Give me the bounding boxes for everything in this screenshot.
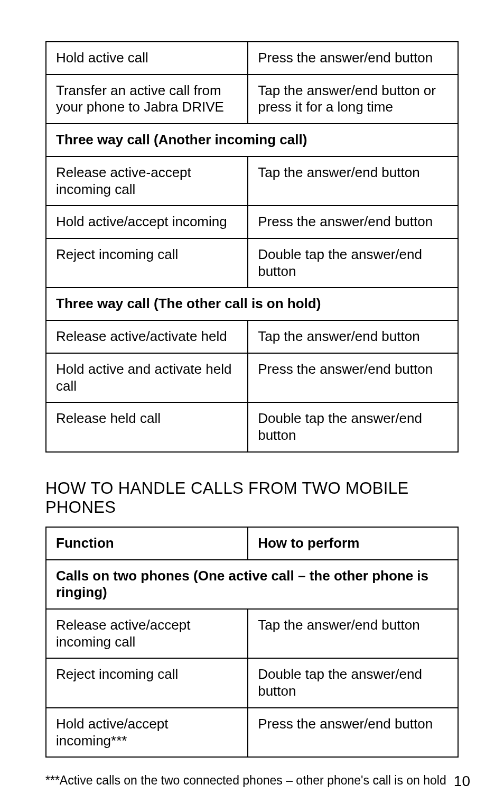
section-header-cell: Three way call (The other call is on hol…: [46, 288, 458, 320]
table-row: Release held call Double tap the answer/…: [46, 402, 458, 451]
table-row: Hold active/accept incoming Press the an…: [46, 206, 458, 238]
cell-function: Release active-accept incoming call: [46, 156, 248, 206]
cell-function: Hold active call: [46, 42, 248, 75]
cell-action: Press the answer/end button: [248, 708, 458, 757]
cell-function: Transfer an active call from your phone …: [46, 75, 248, 124]
cell-action: Tap the answer/end button or press it fo…: [248, 75, 458, 124]
cell-function: Hold active/accept incoming: [46, 206, 248, 238]
cell-action: Double tap the answer/end button: [248, 402, 458, 451]
cell-action: Tap the answer/end button: [248, 320, 458, 353]
cell-function: Release held call: [46, 402, 248, 451]
footnote: ***Active calls on the two connected pho…: [45, 773, 446, 788]
table-row: Release active/accept incoming call Tap …: [46, 609, 458, 658]
page: Hold active call Press the answer/end bu…: [0, 0, 504, 812]
page-number: 10: [454, 773, 470, 790]
cell-action: Tap the answer/end button: [248, 156, 458, 206]
section-header-cell: Calls on two phones (One active call – t…: [46, 560, 458, 609]
column-header-action: How to perform: [248, 527, 458, 560]
cell-function: Hold active and activate held call: [46, 353, 248, 402]
cell-action: Tap the answer/end button: [248, 609, 458, 658]
cell-action: Press the answer/end button: [248, 206, 458, 238]
cell-function: Release active/activate held: [46, 320, 248, 353]
section-header-row: Three way call (The other call is on hol…: [46, 288, 458, 320]
table-row: Hold active and activate held call Press…: [46, 353, 458, 402]
section-header-cell: Three way call (Another incoming call): [46, 124, 458, 156]
cell-action: Press the answer/end button: [248, 353, 458, 402]
table-row: Hold active/accept incoming*** Press the…: [46, 708, 458, 757]
table-row: Reject incoming call Double tap the answ…: [46, 238, 458, 288]
cell-action: Press the answer/end button: [248, 42, 458, 75]
cell-function: Reject incoming call: [46, 658, 248, 707]
cell-function: Release active/accept incoming call: [46, 609, 248, 658]
table-row: Hold active call Press the answer/end bu…: [46, 42, 458, 75]
table-header-row: Function How to perform: [46, 527, 458, 560]
section-header-row: Three way call (Another incoming call): [46, 124, 458, 156]
call-handling-table-1: Hold active call Press the answer/end bu…: [45, 41, 459, 453]
call-handling-table-2: Function How to perform Calls on two pho…: [45, 527, 459, 758]
table-row: Release active/activate held Tap the ans…: [46, 320, 458, 353]
table-row: Transfer an active call from your phone …: [46, 75, 458, 124]
table-row: Reject incoming call Double tap the answ…: [46, 658, 458, 707]
cell-action: Double tap the answer/end button: [248, 238, 458, 288]
column-header-function: Function: [46, 527, 248, 560]
cell-action: Double tap the answer/end button: [248, 658, 458, 707]
section-heading: HOW TO HANDLE CALLS FROM TWO MOBILE PHON…: [45, 479, 459, 517]
section-header-row: Calls on two phones (One active call – t…: [46, 560, 458, 609]
cell-function: Hold active/accept incoming***: [46, 708, 248, 757]
cell-function: Reject incoming call: [46, 238, 248, 288]
table-row: Release active-accept incoming call Tap …: [46, 156, 458, 206]
